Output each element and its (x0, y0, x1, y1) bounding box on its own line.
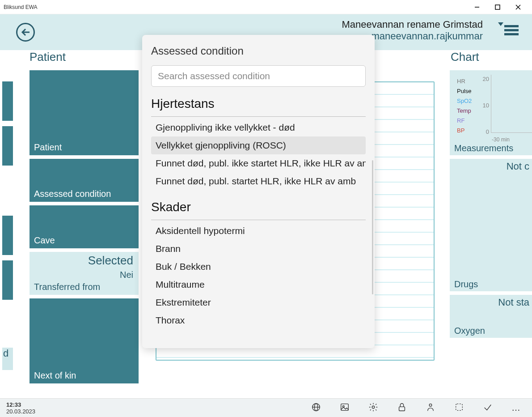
option-list: Aksidentell hypotermi Brann Buk / Bekken… (151, 222, 366, 329)
clock: 12:33 20.03.2023 (6, 401, 35, 415)
image-icon[interactable] (340, 402, 350, 414)
legend-spo2: SpO2 (457, 96, 472, 106)
condition-option[interactable]: Aksidentell hypotermi (151, 222, 366, 240)
globe-icon[interactable] (311, 402, 321, 414)
section-title-chart: Chart (451, 50, 532, 64)
svg-rect-8 (341, 404, 349, 410)
gutter-selected[interactable]: d (2, 348, 13, 370)
card-patient[interactable]: Patient (30, 70, 139, 155)
group-header: Skader (151, 200, 366, 217)
popup-title: Assessed condition (151, 45, 366, 57)
chart-legend: HR Pulse SpO2 Temp RF BP (457, 77, 472, 136)
svg-point-12 (429, 404, 432, 406)
close-button[interactable] (508, 1, 528, 13)
menu-caret-icon (498, 22, 503, 26)
legend-bp: BP (457, 126, 472, 136)
condition-option[interactable]: Vellykket gjenoppliving (ROSC) (151, 136, 366, 154)
legend-temp: Temp (457, 106, 472, 116)
condition-option[interactable]: Multitraume (151, 276, 366, 294)
condition-option[interactable]: Funnet død, publ. startet HLR, ikke HLR … (151, 172, 366, 190)
search-input[interactable] (151, 65, 366, 87)
divider (151, 116, 366, 117)
date: 20.03.2023 (6, 408, 35, 415)
ytick: 20 (481, 76, 489, 82)
condition-option[interactable]: Funnet død, publ. ikke startet HLR, ikke… (151, 154, 366, 172)
patient-column: Patient Patient Assessed condition Cave … (30, 50, 139, 387)
legend-hr: HR (457, 77, 472, 86)
gutter-block[interactable] (2, 126, 13, 166)
condition-option[interactable]: Buk / Bekken (151, 258, 366, 276)
window-title: Bliksund EWA (4, 4, 467, 10)
svg-rect-1 (495, 5, 500, 9)
card-caption: Transferred from (34, 282, 100, 292)
gutter-block[interactable] (2, 260, 13, 300)
chart-grid (491, 75, 532, 133)
card-measurements[interactable]: HR Pulse SpO2 Temp RF BP 20 10 0 -30 min… (450, 70, 532, 155)
drugs-status: Not c (507, 161, 529, 172)
condition-option[interactable]: Ekstremiteter (151, 294, 366, 311)
legend-pulse: Pulse (457, 86, 472, 96)
back-button[interactable] (16, 23, 35, 42)
user-name: Maneevannan rename Grimstad (342, 19, 483, 30)
ytick: 0 (481, 128, 489, 135)
person-icon[interactable] (426, 402, 435, 414)
more-icon[interactable]: … (511, 403, 521, 413)
card-oxygen[interactable]: Not sta Oxygen (450, 295, 532, 338)
card-next-of-kin[interactable]: Next of kin (30, 298, 139, 383)
card-cave[interactable]: Cave (30, 205, 139, 248)
group-header: Hjertestans (151, 97, 366, 114)
card-caption: Assessed condition (34, 189, 111, 199)
card-caption: Cave (34, 235, 55, 246)
card-caption: Next of kin (34, 370, 76, 381)
bottombar-icons: … (311, 402, 526, 414)
card-transferred-from[interactable]: Selected Nei Transferred from (30, 252, 139, 295)
chart-yaxis: 20 10 0 (481, 76, 489, 135)
card-caption: Patient (34, 142, 62, 153)
ytick: 10 (481, 102, 489, 109)
dashed-box-icon[interactable] (454, 402, 464, 414)
bottombar: 12:33 20.03.2023 … (0, 398, 532, 417)
legend-rf: RF (457, 116, 472, 126)
minimize-button[interactable] (467, 1, 487, 13)
svg-rect-13 (456, 404, 463, 410)
transferred-selected-label: Selected (88, 254, 133, 268)
condition-option[interactable]: Brann (151, 240, 366, 258)
menu-button[interactable] (504, 23, 519, 37)
chart-xlabel: -30 min (492, 136, 510, 143)
section-title-patient: Patient (30, 50, 139, 64)
card-drugs[interactable]: Not c Drugs (450, 159, 532, 291)
condition-option[interactable]: Gjenoppliving ikke vellykket - død (151, 119, 366, 136)
condition-option[interactable]: Thorax (151, 311, 366, 329)
time: 12:33 (6, 401, 35, 408)
gutter-block[interactable] (2, 216, 13, 255)
svg-rect-11 (399, 407, 405, 411)
card-caption: Oxygen (454, 326, 485, 336)
card-caption: Measurements (454, 143, 513, 153)
divider (151, 220, 366, 220)
maximize-button[interactable] (487, 1, 508, 13)
card-caption: Drugs (454, 279, 478, 289)
chart-column: Chart HR Pulse SpO2 Temp RF BP 20 10 0 -… (450, 50, 532, 341)
lock-icon[interactable] (397, 402, 407, 414)
content: d Patient Patient Assessed condition Cav… (0, 50, 532, 398)
svg-point-10 (372, 406, 375, 408)
option-list: Gjenoppliving ikke vellykket - død Velly… (151, 119, 366, 190)
card-assessed-condition[interactable]: Assessed condition (30, 159, 139, 202)
check-icon[interactable] (483, 402, 493, 414)
transferred-value: Nei (120, 270, 133, 280)
scrollbar[interactable] (372, 160, 373, 294)
titlebar: Bliksund EWA (0, 0, 532, 14)
oxygen-status: Not sta (498, 297, 529, 308)
gear-icon[interactable] (368, 402, 378, 414)
gutter-block[interactable] (2, 81, 13, 121)
assessed-condition-popup: Assessed condition Hjertestans Gjenoppli… (142, 35, 375, 348)
